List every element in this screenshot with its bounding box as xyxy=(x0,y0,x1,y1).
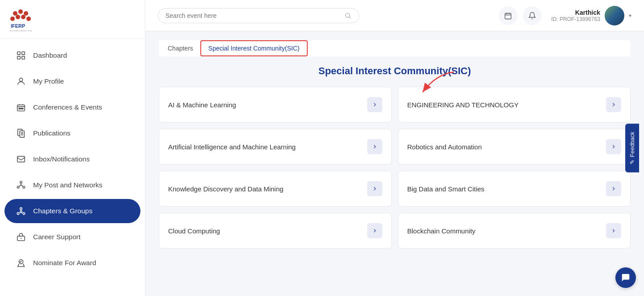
card-label-ai-ml: AI & Machine Learning xyxy=(168,101,236,109)
svg-line-35 xyxy=(349,17,351,18)
svg-rect-19 xyxy=(20,131,24,138)
card-arrow-ai-ml[interactable] xyxy=(367,97,382,112)
sidebar-label-career: Career Support xyxy=(33,233,80,241)
card-arrow-cloud-computing[interactable] xyxy=(367,223,382,238)
card-label-big-data: Big Data and Smart Cities xyxy=(407,185,485,193)
content-area: Chapters Special Interest Community(SIC)… xyxy=(145,31,644,296)
chevron-right-icon xyxy=(372,101,378,108)
search-bar[interactable] xyxy=(158,8,359,23)
card-arrow-knowledge-discovery[interactable] xyxy=(367,181,382,196)
sidebar-item-conferences[interactable]: Conferences & Events xyxy=(4,95,140,119)
inbox-icon xyxy=(15,153,27,165)
feedback-button[interactable]: ✎ Feedback xyxy=(625,123,639,172)
user-id: ID: PROF-13896763 xyxy=(551,16,600,22)
avatar: 👑 xyxy=(605,6,624,25)
card-knowledge-discovery[interactable]: Knowledge Discovery and Data Mining xyxy=(159,171,392,207)
svg-point-13 xyxy=(19,78,22,81)
card-arrow-robotics[interactable] xyxy=(606,139,621,154)
sidebar-item-dashboard[interactable]: Dashboard xyxy=(4,43,140,68)
iferp-logo: IFERP connecting engineers, developing r… xyxy=(9,8,32,31)
sidebar-item-chapters[interactable]: Chapters & Groups xyxy=(4,199,140,223)
sidebar-item-my-post[interactable]: My Post and Networks xyxy=(4,173,140,197)
svg-rect-12 xyxy=(22,56,25,59)
svg-text:connecting engineers, developi: connecting engineers, developing researc… xyxy=(10,30,32,31)
logo-area: IFERP connecting engineers, developing r… xyxy=(0,0,145,39)
sidebar-item-my-profile[interactable]: My Profile xyxy=(4,69,140,93)
dashboard-icon xyxy=(15,50,27,61)
card-ai-ml[interactable]: AI & Machine Learning xyxy=(159,87,392,123)
card-cloud-computing[interactable]: Cloud Computing xyxy=(159,213,392,249)
svg-point-5 xyxy=(21,15,25,19)
card-robotics[interactable]: Robotics and Automation xyxy=(398,129,631,165)
sidebar-item-inbox[interactable]: Inbox/Notifications xyxy=(4,147,140,171)
svg-point-30 xyxy=(20,211,22,213)
svg-point-15 xyxy=(19,108,20,109)
cards-grid: AI & Machine Learning ENGINEERING AND TE… xyxy=(159,87,631,249)
sidebar-item-publications[interactable]: Publications xyxy=(4,121,140,145)
sidebar-item-nominate[interactable]: Nominate For Award xyxy=(4,251,140,275)
card-artificial-intelligence[interactable]: Artificial Intelligence and Machine Lear… xyxy=(159,129,392,165)
card-label-engineering: ENGINEERING AND TECHNOLOGY xyxy=(407,101,519,109)
svg-rect-23 xyxy=(17,156,25,162)
svg-point-0 xyxy=(13,11,17,16)
svg-point-24 xyxy=(20,181,22,183)
svg-text:IFERP: IFERP xyxy=(11,23,25,29)
card-label-artificial-intelligence: Artificial Intelligence and Machine Lear… xyxy=(168,143,296,151)
chevron-right-icon xyxy=(372,186,378,192)
svg-point-1 xyxy=(18,9,23,14)
award-icon xyxy=(15,257,27,269)
chevron-right-icon xyxy=(610,144,617,150)
svg-point-16 xyxy=(21,108,22,109)
post-icon xyxy=(15,179,27,191)
sidebar-label-conferences: Conferences & Events xyxy=(33,103,102,111)
chevron-down-icon[interactable]: ▾ xyxy=(629,13,631,19)
header-icons: Karthick ID: PROF-13896763 👑 ▾ xyxy=(499,6,631,25)
feedback-label: Feedback xyxy=(629,131,636,157)
user-info: Karthick ID: PROF-13896763 👑 ▾ xyxy=(551,6,631,25)
svg-point-3 xyxy=(10,17,15,21)
search-input[interactable] xyxy=(165,12,344,19)
chat-button[interactable] xyxy=(615,267,636,288)
breadcrumb: Chapters Special Interest Community(SIC) xyxy=(159,40,631,56)
bell-icon xyxy=(528,12,536,20)
card-label-knowledge-discovery: Knowledge Discovery and Data Mining xyxy=(168,185,284,193)
chevron-right-icon xyxy=(610,101,617,108)
card-arrow-big-data[interactable] xyxy=(606,181,621,196)
profile-icon xyxy=(15,76,27,87)
chapters-icon xyxy=(15,205,27,217)
sidebar-item-career[interactable]: Career Support xyxy=(4,225,140,249)
card-label-blockchain: Blockchain Community xyxy=(407,227,476,235)
chevron-right-icon xyxy=(372,144,378,150)
svg-rect-36 xyxy=(505,13,511,19)
card-big-data[interactable]: Big Data and Smart Cities xyxy=(398,171,631,207)
svg-point-4 xyxy=(16,15,20,19)
sidebar-label-my-profile: My Profile xyxy=(33,77,64,85)
card-arrow-artificial-intelligence[interactable] xyxy=(367,139,382,154)
breadcrumb-parent[interactable]: Chapters xyxy=(161,40,200,56)
chevron-right-icon xyxy=(372,228,378,234)
chevron-right-icon xyxy=(610,186,617,192)
calendar-button[interactable] xyxy=(499,6,517,25)
svg-point-34 xyxy=(346,13,350,17)
card-arrow-blockchain[interactable] xyxy=(606,223,621,238)
header: Karthick ID: PROF-13896763 👑 ▾ xyxy=(145,0,644,31)
card-label-cloud-computing: Cloud Computing xyxy=(168,227,220,235)
card-arrow-engineering[interactable] xyxy=(606,97,621,112)
card-blockchain[interactable]: Blockchain Community xyxy=(398,213,631,249)
sidebar: IFERP connecting engineers, developing r… xyxy=(0,0,145,296)
svg-point-27 xyxy=(20,207,22,210)
svg-point-17 xyxy=(22,108,23,109)
breadcrumb-active[interactable]: Special Interest Community(SIC) xyxy=(200,40,308,56)
svg-rect-10 xyxy=(22,52,25,55)
svg-rect-9 xyxy=(17,52,20,55)
notifications-button[interactable] xyxy=(523,6,542,25)
svg-rect-11 xyxy=(17,56,20,59)
user-text: Karthick ID: PROF-13896763 xyxy=(551,9,600,22)
card-engineering[interactable]: ENGINEERING AND TECHNOLOGY xyxy=(398,87,631,123)
feedback-icon: ✎ xyxy=(629,160,636,165)
sidebar-label-inbox: Inbox/Notifications xyxy=(33,155,90,163)
crown-badge: 👑 xyxy=(620,6,624,9)
sidebar-label-my-post: My Post and Networks xyxy=(33,181,102,189)
user-name: Karthick xyxy=(551,9,600,16)
sidebar-label-nominate: Nominate For Award xyxy=(33,259,96,267)
